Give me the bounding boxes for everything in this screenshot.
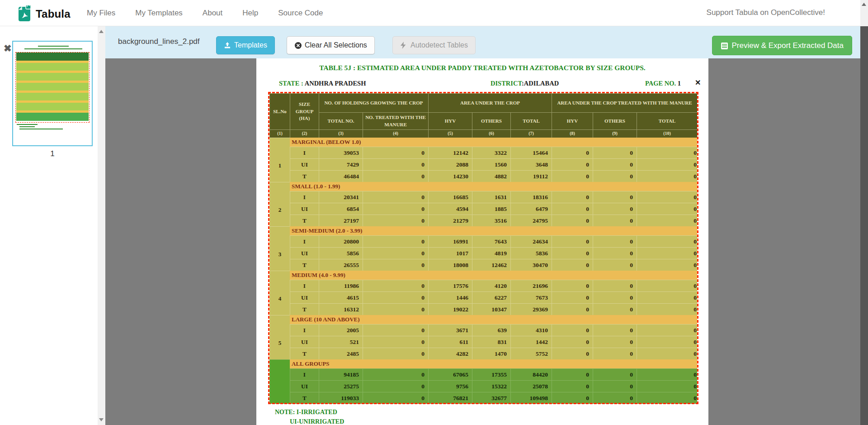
thumb-subtitle-line [24,48,82,49]
thumb-table [16,53,89,121]
thumbnail-page-number: 1 [12,149,93,158]
selection-close-icon[interactable]: ✕ [695,78,701,87]
table-selection[interactable] [268,92,698,404]
autodetect-tables-button[interactable]: Autodetect Tables [392,36,476,54]
doc-state: STATE : ANDHRA PRADESH [279,80,366,87]
nav-my-files[interactable]: My Files [87,9,115,18]
doc-page-no: PAGE NO. 1 [645,80,681,87]
tabula-logo-icon [18,5,32,24]
support-link[interactable]: Support Tabula on OpenCollective! [707,8,825,17]
preview-export-button[interactable]: Preview & Export Extracted Data [712,36,852,55]
doc-note-1: NOTE: I-IRRIGATED [275,409,337,416]
doc-district: DISTRICT:ADILABAD [491,80,559,87]
doc-note-2: UI-UNIRRIGATED [290,418,344,425]
clear-all-selections-button[interactable]: Clear All Selections [287,36,375,54]
doc-title: TABLE 5J : ESTIMATED AREA UNDER PADDY TR… [256,64,708,72]
pdf-page[interactable]: TABLE 5J : ESTIMATED AREA UNDER PADDY TR… [256,58,708,425]
main-scroll-up-icon[interactable] [862,3,866,6]
main-scrollbar[interactable] [860,0,868,425]
nav-help[interactable]: Help [242,9,258,18]
brand[interactable]: Tabula [18,5,71,24]
clear-button-label: Clear All Selections [305,41,367,49]
thumb-title-line [38,46,69,47]
open-filename: background_lines_2.pdf [118,37,200,46]
toolbar: background_lines_2.pdf Templates Clear A… [105,26,860,58]
autodetect-button-label: Autodetect Tables [410,41,468,49]
table-list-icon [721,42,728,49]
bolt-icon [400,42,407,49]
circle-x-icon [294,42,302,49]
sidebar-scrollbar[interactable] [98,26,105,425]
remove-page-icon[interactable]: ✖ [4,43,12,53]
nav-about[interactable]: About [203,9,222,18]
export-button-label: Preview & Export Extracted Data [731,41,844,50]
templates-button-label: Templates [234,41,267,49]
main-scroll-thumb[interactable] [860,26,868,425]
main-nav: My Files My Templates About Help Source … [87,0,323,26]
nav-source-code[interactable]: Source Code [278,9,323,18]
thumbnail-sidebar: ✖ 1 [0,26,105,425]
sidebar-scroll-down-icon[interactable] [99,418,104,421]
pdf-viewer: TABLE 5J : ESTIMATED AREA UNDER PADDY TR… [105,58,860,425]
page-thumbnail[interactable] [12,41,93,146]
top-navbar: Tabula My Files My Templates About Help … [0,0,868,26]
upload-icon [224,42,231,49]
thumb-selection-outline [15,52,90,123]
brand-name: Tabula [36,8,71,20]
nav-my-templates[interactable]: My Templates [135,9,183,18]
templates-button[interactable]: Templates [216,36,275,54]
sidebar-scroll-up-icon[interactable] [99,30,104,33]
